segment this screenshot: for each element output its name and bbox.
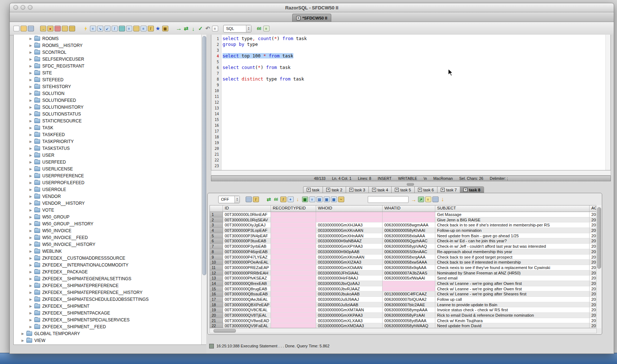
tab-close-icon[interactable]: x xyxy=(296,16,301,20)
code-line-9[interactable]: 9 xyxy=(211,82,605,88)
row-number-cell[interactable]: 16 xyxy=(210,291,223,297)
minimize-button[interactable] xyxy=(21,5,25,10)
cell-recordtypeid[interactable] xyxy=(271,212,316,217)
cell-whoid[interactable]: 0033000000GmXMDAA3 xyxy=(316,323,383,328)
editor-hscrollbar[interactable] xyxy=(211,170,611,176)
grid-vscrollbar[interactable] xyxy=(596,205,601,328)
import-data-icon[interactable]: ↙ xyxy=(104,26,111,31)
code-line-16[interactable]: 16 xyxy=(211,122,605,128)
grid-edit-icon[interactable]: / xyxy=(253,196,259,202)
tree-item-userrole[interactable]: ▶USERROLE xyxy=(14,186,202,193)
book-icon[interactable] xyxy=(119,26,125,31)
code-line-4[interactable]: 4select top 100 * from task xyxy=(211,53,605,59)
export-data-icon[interactable]: ↘ xyxy=(97,26,103,31)
fetch-down-icon[interactable]: ↓ xyxy=(190,26,197,31)
code-line-12[interactable]: 12 xyxy=(211,99,605,105)
disclosure-triangle-icon[interactable]: ▶ xyxy=(29,147,33,150)
cell-whatid[interactable]: 006300000058yPzAAI xyxy=(383,313,435,318)
cell-whatid[interactable]: 00630000005S0bnAAC xyxy=(383,249,435,255)
disclosure-triangle-icon[interactable]: ▶ xyxy=(29,284,33,287)
cell-id[interactable]: 00T3000000QV9FaEAL xyxy=(223,323,271,328)
tree-scrollbar[interactable] xyxy=(201,35,207,344)
tree-item-rooms-history[interactable]: ▶ROOMS__HISTORY xyxy=(14,42,202,49)
titlebar[interactable]: RazorSQL - SFDCW50 II xyxy=(10,3,614,12)
cell-subject[interactable]: Check back in to see if she's interested… xyxy=(435,222,590,228)
select-stepper-icon[interactable]: ▲▼ xyxy=(234,196,240,203)
cell-id[interactable]: 00T3000000QV8wsEAD xyxy=(223,318,271,324)
cell-recordtypeid[interactable] xyxy=(271,228,316,233)
cell-whatid[interactable]: 00630000005xfWaAAI xyxy=(383,276,435,281)
cell-recordtypeid[interactable] xyxy=(271,238,316,244)
grid-row-7[interactable]: 700T3000000P3yrbEAB0033000000GmXPYAA3006… xyxy=(210,244,596,249)
tree-item-solution[interactable]: ▶SOLUTION xyxy=(14,90,202,97)
disclosure-triangle-icon[interactable]: ▶ xyxy=(29,208,33,212)
align-icon[interactable]: ≡ xyxy=(141,26,147,31)
grid-hscrollbar[interactable] xyxy=(210,328,597,333)
cell-ac[interactable]: 200 xyxy=(590,212,597,217)
cell-subject[interactable]: Check-in w/ Ed - can he join this year? xyxy=(435,238,590,244)
column-header-whoid[interactable]: WHOID xyxy=(316,205,383,212)
cell-whoid[interactable] xyxy=(316,212,383,217)
cell-ac[interactable]: 200 xyxy=(590,270,597,276)
tree-item-rooms[interactable]: ▶ROOMS xyxy=(14,35,202,42)
disclosure-triangle-icon[interactable]: ▶ xyxy=(29,215,33,219)
row-number-cell[interactable]: 13 xyxy=(210,276,223,281)
disclosure-triangle-icon[interactable]: ▶ xyxy=(29,85,33,88)
row-number-cell[interactable]: 5 xyxy=(210,233,223,239)
disclosure-triangle-icon[interactable]: ▶ xyxy=(29,325,33,329)
cell-whoid[interactable]: 0033000000GmXIZAA3 xyxy=(316,260,383,265)
tree-item-zkfedex-package[interactable]: ▶ZKFEDEX__PACKAGE xyxy=(14,268,202,275)
disclosure-triangle-icon[interactable]: ▶ xyxy=(29,133,33,136)
cell-ac[interactable]: 200 xyxy=(590,302,597,308)
cell-whoid[interactable] xyxy=(316,217,383,223)
cell-subject[interactable]: Send email xyxy=(435,276,590,281)
cell-id[interactable]: 00T3000000QAeJbEAL xyxy=(223,297,271,302)
tree-item-vendor-history[interactable]: ▶VENDOR__HISTORY xyxy=(14,200,202,207)
tree-item-weblink[interactable]: ▶WEBLINK xyxy=(14,248,202,255)
cell-ac[interactable]: 200 xyxy=(590,238,597,244)
tree-item-w50-invoice-feed[interactable]: ▶W50_INVOICE__FEED xyxy=(14,234,202,241)
cell-recordtypeid[interactable] xyxy=(271,302,316,308)
code-line-21[interactable]: 21 xyxy=(211,151,605,157)
grid-search-input[interactable] xyxy=(368,196,409,203)
cell-ac[interactable]: 200 xyxy=(590,260,597,265)
grid-hscrollbar-thumb[interactable] xyxy=(213,329,236,333)
new-file-icon[interactable] xyxy=(13,26,20,31)
cell-ac[interactable]: 200 xyxy=(590,323,597,328)
cell-whoid[interactable]: 0033000000H9aNBAAZ xyxy=(316,238,383,244)
disclosure-triangle-icon[interactable]: ▶ xyxy=(29,78,33,82)
tree-item-zkfedex-shipment[interactable]: ▶ZKFEDEX__SHIPMENT xyxy=(14,303,202,309)
column-header-recordtypeid[interactable]: RECORDTYPEID xyxy=(271,205,316,212)
result-tab-task-3[interactable]: xtask 3 xyxy=(346,186,368,193)
cell-whatid[interactable]: 006300000058x9qAAA xyxy=(383,265,435,270)
cell-whatid[interactable]: 00630000007A3bZAAS xyxy=(383,270,435,276)
disclosure-triangle-icon[interactable]: ▶ xyxy=(29,140,33,143)
tree-item-zkfedex-shipmentspecialservices[interactable]: ▶ZKFEDEX__SHIPMENTSPECIALSERVICES xyxy=(14,316,202,323)
cell-subject[interactable]: Check w/ Leanne - we're going after Owen… xyxy=(435,286,590,292)
cell-whatid[interactable]: 006300000058yd5AAA xyxy=(383,318,435,324)
row-number-cell[interactable]: 9 xyxy=(210,255,223,260)
row-number-cell[interactable]: 14 xyxy=(210,281,223,286)
tab-close-icon[interactable]: x xyxy=(395,188,399,192)
tree-item-sitefeed[interactable]: ▶SITEFEED xyxy=(14,76,202,83)
grid-row-10[interactable]: 1000T3000000POeAnEAL0033000000GmXIZAA300… xyxy=(210,260,596,265)
cell-id[interactable]: 00T3000000P3tuvEAB xyxy=(223,238,271,244)
grid-form-icon[interactable]: ▤ xyxy=(316,196,323,202)
cell-whatid[interactable] xyxy=(383,286,435,292)
results-list-icon[interactable]: ≡ xyxy=(90,26,96,31)
disclosure-triangle-icon[interactable]: ▶ xyxy=(29,112,33,116)
cell-subject[interactable]: Check-in w/ Jeff - couldn't afford last … xyxy=(435,244,590,249)
cell-subject[interactable]: Need update from Bain - gave go ahead 1/… xyxy=(435,233,590,239)
cell-whoid[interactable]: 0033000000HirF8AAJ xyxy=(316,276,383,281)
cell-subject[interactable]: Rick to email David & reference Delmonte… xyxy=(435,313,590,318)
tree-item-zkfedex-shipmategeneralsettings[interactable]: ▶ZKFEDEX__SHIPMATEGENERALSETTINGS xyxy=(14,275,202,282)
tab-close-icon[interactable]: x xyxy=(418,188,422,192)
disclosure-triangle-icon[interactable]: ▶ xyxy=(29,57,33,61)
cell-ac[interactable]: 200 xyxy=(590,255,597,260)
tree-scrollbar-thumb[interactable] xyxy=(202,36,206,275)
cell-whoid[interactable]: 0033000000GmXHnAAN xyxy=(316,233,383,239)
cell-recordtypeid[interactable] xyxy=(271,281,316,286)
cell-id[interactable]: 00T3000000P47LYEAZ xyxy=(223,255,271,260)
row-number-cell[interactable]: 11 xyxy=(210,265,223,270)
tree-item-sitehistory[interactable]: ▶SITEHISTORY xyxy=(14,83,202,90)
